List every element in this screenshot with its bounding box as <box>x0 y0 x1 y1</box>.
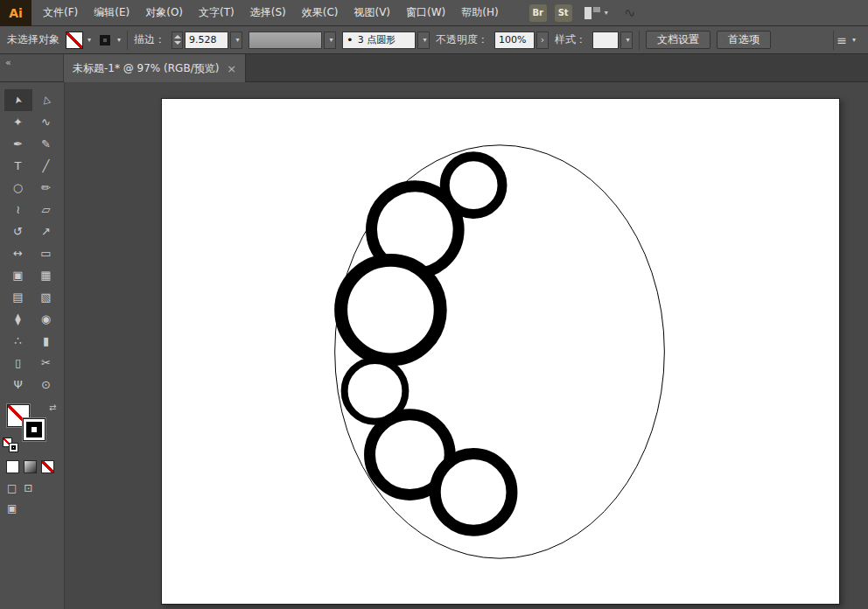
fill-none-swatch[interactable] <box>66 32 83 49</box>
tool-shaper[interactable]: ≀ <box>4 199 32 220</box>
free-transform-icon: ▭ <box>40 247 51 260</box>
scale-icon: ↗ <box>41 225 51 238</box>
workspace-switcher-icon[interactable] <box>584 7 602 19</box>
brush-definition-field[interactable]: • 3 点圆形 <box>342 32 416 49</box>
menu-file[interactable]: 文件(F) <box>35 0 86 26</box>
none-button[interactable] <box>41 460 54 473</box>
brush-name: 3 点圆形 <box>358 33 396 46</box>
chevron-down-icon[interactable]: ▾ <box>117 36 121 44</box>
stroke-weight-dropdown[interactable]: ▾ <box>230 32 242 49</box>
tool-symbol-sprayer[interactable]: ∴ <box>4 330 32 352</box>
swap-fill-stroke-icon[interactable]: ⇄ <box>49 402 56 412</box>
graphic-style-control[interactable]: ▾ <box>592 32 633 49</box>
tool-rotate[interactable]: ↺ <box>4 220 32 242</box>
chevron-down-icon[interactable]: ▾ <box>852 36 856 44</box>
paintbrush-icon: ✏ <box>41 181 51 194</box>
graphic-style-dropdown[interactable]: ▾ <box>620 32 633 49</box>
tool-column-graph[interactable]: ▮ <box>32 330 60 352</box>
expander-arrow-icon: › <box>541 34 544 46</box>
menu-effect[interactable]: 效果(C) <box>294 0 346 26</box>
tool-width[interactable]: ↔ <box>4 242 32 264</box>
draw-inside-mode-icon[interactable]: ⊡ <box>24 482 32 494</box>
tool-eyedropper[interactable]: ⧫ <box>4 308 32 330</box>
toolbar-collapse-button[interactable]: « <box>0 54 64 81</box>
menu-edit[interactable]: 编辑(E) <box>86 0 137 26</box>
tool-blend[interactable]: ◉ <box>32 308 60 330</box>
tool-direct-selection[interactable]: ▷ <box>32 89 60 111</box>
screen-mode-icon[interactable]: ▣ <box>7 502 17 514</box>
tools-panel: ➤▷✦∿✒✎T╱○✏≀▱↺↗↔▭▣▦▤▧⧫◉∴▮▯✂Ψ⊙ ⇄ □ ⊡ ▣ <box>0 82 65 609</box>
document-tab[interactable]: 未标题-1* @ 97% (RGB/预览) × <box>64 54 246 82</box>
workspace-pane-large <box>584 7 592 19</box>
brush-definition-dropdown[interactable]: ▾ <box>417 32 430 49</box>
width-profile-dropdown[interactable]: ▾ <box>324 32 336 49</box>
opacity-expander[interactable]: › <box>536 32 549 49</box>
width-profile-preview[interactable] <box>248 32 322 49</box>
artboard-svg <box>162 99 839 604</box>
tool-hand[interactable]: Ψ <box>4 374 32 396</box>
menu-select[interactable]: 选择(S) <box>242 0 294 26</box>
stroke-weight-stepper[interactable] <box>172 32 183 49</box>
tool-paintbrush[interactable]: ✏ <box>32 177 60 199</box>
sync-icon[interactable]: ∿ <box>622 4 637 22</box>
close-icon[interactable]: × <box>227 63 236 74</box>
width-profile-control[interactable]: ▾ <box>248 32 336 49</box>
tool-selection[interactable]: ➤ <box>4 89 32 111</box>
preferences-button[interactable]: 首选项 <box>717 31 771 49</box>
brush-definition-control[interactable]: • 3 点圆形 ▾ <box>342 32 430 49</box>
gradient-button[interactable] <box>24 460 37 473</box>
tool-gradient[interactable]: ▧ <box>32 286 60 308</box>
tool-free-transform[interactable]: ▭ <box>32 242 60 264</box>
tool-type[interactable]: T <box>4 155 32 177</box>
align-options-icon[interactable]: ≡ <box>836 33 847 47</box>
tool-perspective-grid[interactable]: ▦ <box>32 264 60 286</box>
draw-normal-mode-icon[interactable]: □ <box>7 482 17 494</box>
opacity-input[interactable]: 100% <box>494 32 535 49</box>
stroke-indicator-icon[interactable] <box>97 32 113 48</box>
tool-lasso[interactable]: ∿ <box>32 111 60 133</box>
menu-help[interactable]: 帮助(H) <box>453 0 506 26</box>
tool-line-segment[interactable]: ╱ <box>32 155 60 177</box>
document-tab-title: 未标题-1* @ 97% (RGB/预览) <box>73 61 219 76</box>
stroke-swatch[interactable] <box>23 418 46 441</box>
tool-scale[interactable]: ↗ <box>32 220 60 242</box>
document-setup-button[interactable]: 文档设置 <box>646 31 710 49</box>
tool-magic-wand[interactable]: ✦ <box>4 111 32 133</box>
menu-type[interactable]: 文字(T) <box>191 0 242 26</box>
stepper-down-icon[interactable] <box>174 41 181 45</box>
bridge-icon[interactable]: Br <box>529 4 547 22</box>
width-icon: ↔ <box>13 247 23 260</box>
artboard[interactable] <box>161 98 840 605</box>
fill-color-control[interactable]: ▾ <box>66 32 91 49</box>
circle-shape-3[interactable] <box>341 260 441 360</box>
tool-slice[interactable]: ✂ <box>32 352 60 374</box>
stroke-weight-input[interactable]: 9.528 <box>185 32 228 49</box>
tool-shape-builder[interactable]: ▣ <box>4 264 32 286</box>
tools-grid: ➤▷✦∿✒✎T╱○✏≀▱↺↗↔▭▣▦▤▧⧫◉∴▮▯✂Ψ⊙ <box>0 82 64 396</box>
stock-icon[interactable]: St <box>555 4 572 22</box>
menu-view[interactable]: 视图(V) <box>346 0 398 26</box>
tool-mesh[interactable]: ▤ <box>4 286 32 308</box>
color-button[interactable] <box>6 460 19 473</box>
tool-ellipse[interactable]: ○ <box>4 177 32 199</box>
graphic-style-field[interactable] <box>592 32 619 49</box>
circle-shape-6[interactable] <box>435 454 512 531</box>
tool-eraser[interactable]: ▱ <box>32 199 60 220</box>
chevron-down-icon[interactable]: ▾ <box>605 9 608 17</box>
stroke-color-control[interactable]: ▾ <box>97 32 121 48</box>
mesh-icon: ▤ <box>12 290 23 304</box>
tool-zoom[interactable]: ⊙ <box>32 374 60 396</box>
tool-pen[interactable]: ✒ <box>4 133 32 155</box>
pen-icon: ✒ <box>13 137 23 150</box>
tool-curvature[interactable]: ✎ <box>32 133 60 155</box>
chevron-down-icon[interactable]: ▾ <box>88 36 91 44</box>
menu-window[interactable]: 窗口(W) <box>398 0 453 26</box>
column-graph-icon: ▮ <box>43 334 49 347</box>
menu-object[interactable]: 对象(O) <box>137 0 191 26</box>
selection-icon: ➤ <box>11 94 24 105</box>
canvas-area[interactable] <box>65 82 868 609</box>
default-stroke-mini-icon[interactable] <box>9 443 18 452</box>
line-segment-icon: ╱ <box>43 159 50 172</box>
stepper-up-icon[interactable] <box>174 35 181 38</box>
tool-artboard-tool[interactable]: ▯ <box>4 352 32 374</box>
